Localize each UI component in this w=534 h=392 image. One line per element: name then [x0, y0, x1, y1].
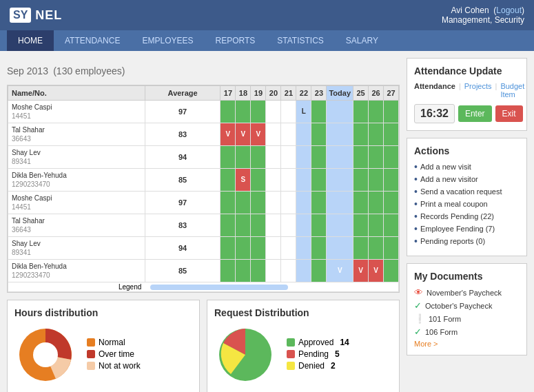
table-row: Moshe Caspi14451 97	[8, 192, 399, 214]
day-cell	[281, 101, 296, 123]
action-pending-reports[interactable]: • Pending reports (0)	[414, 236, 520, 246]
day-cell	[296, 192, 311, 214]
day-cell	[327, 169, 353, 192]
check-icon: ✓	[414, 300, 422, 311]
table-row: Shay Lev89341 94	[8, 237, 399, 260]
nav-home[interactable]: HOME	[7, 30, 54, 51]
day-cell: V	[353, 260, 369, 282]
dot-normal	[87, 338, 95, 347]
label-normal: Normal	[99, 338, 125, 347]
action-vacation[interactable]: • Send a vacation request	[414, 187, 520, 196]
attendance-table: Name/No. Average 17 18 19 20 21 22 23 To…	[8, 85, 399, 292]
col-name: Name/No.	[8, 86, 145, 101]
tab-budget[interactable]: Budget Item	[500, 82, 524, 99]
hours-title: Hours distribution	[14, 307, 192, 318]
day-cell	[311, 214, 327, 237]
table-row: Tal Shahar36643 83 V V V	[8, 123, 399, 146]
exclamation-icon: ❕	[414, 313, 425, 324]
legend-pending: Pending 5	[287, 349, 349, 359]
exit-button[interactable]: Exit	[495, 105, 523, 122]
name-cell: Shay Lev89341	[8, 237, 145, 260]
day-cell	[236, 214, 251, 237]
logo: SY NEL	[10, 8, 62, 23]
more-link[interactable]: More >	[414, 340, 520, 348]
name-cell: Dikla Ben-Yehuda1290233470	[8, 260, 145, 282]
day-cell	[281, 260, 296, 282]
user-role: Management, Security	[442, 15, 524, 25]
day-cell	[384, 192, 399, 214]
legend-normal: Normal	[87, 338, 141, 347]
col-27: 27	[384, 86, 399, 101]
bullet-icon: •	[414, 174, 418, 184]
avg-cell: 94	[145, 146, 220, 169]
day-cell	[384, 146, 399, 169]
tab-projects[interactable]: Projects	[464, 82, 492, 99]
action-meal[interactable]: • Print a meal coupon	[414, 199, 520, 209]
actions-panel: Actions • Add a new visit • Add a new vi…	[407, 138, 527, 256]
day-cell	[220, 237, 236, 260]
logo-text: NEL	[35, 8, 62, 23]
label-approved: Approved	[298, 338, 333, 347]
page-title: Sep 2013 (130 employees)	[7, 58, 400, 79]
enter-button[interactable]: Enter	[458, 105, 492, 122]
day-cell	[236, 101, 251, 123]
action-add-visit[interactable]: • Add a new visit	[414, 162, 520, 172]
bullet-icon: •	[414, 162, 418, 172]
day-cell	[353, 146, 369, 169]
action-add-visitor[interactable]: • Add a new visitor	[414, 174, 520, 184]
day-cell	[296, 146, 311, 169]
nav-salary[interactable]: SALARY	[335, 30, 389, 51]
day-cell	[311, 192, 327, 214]
day-cell	[327, 192, 353, 214]
day-cell	[220, 192, 236, 214]
check-icon: ✓	[414, 327, 422, 337]
doc-label: October's Paycheck	[425, 302, 492, 310]
nav-employees[interactable]: EMPLOYEES	[131, 30, 204, 51]
doc-label: 101 Form	[429, 315, 461, 323]
col-23: 23	[311, 86, 327, 101]
doc-101-form[interactable]: ❕ 101 Form	[414, 313, 520, 324]
day-cell	[251, 192, 266, 214]
my-documents-title: My Documents	[414, 271, 520, 282]
action-records-pending[interactable]: • Records Pending (22)	[414, 212, 520, 221]
day-cell: V	[327, 260, 353, 282]
avg-cell: 94	[145, 237, 220, 260]
day-cell	[251, 101, 266, 123]
day-cell	[281, 214, 296, 237]
right-panel: Attendance Update Attendance | Projects …	[400, 58, 527, 392]
dot-denied	[287, 362, 295, 370]
doc-label: November's Paycheck	[427, 289, 502, 297]
nav-reports[interactable]: REPORTS	[204, 30, 266, 51]
bullet-icon: •	[414, 199, 418, 209]
day-cell	[327, 123, 353, 146]
action-employee-pending[interactable]: • Employee Fending (7)	[414, 224, 520, 234]
nav-attendance[interactable]: ATTENDANCE	[54, 30, 131, 51]
day-cell	[369, 214, 384, 237]
legend-label: Legend	[119, 283, 141, 291]
request-distribution: Request Distribution Approved	[207, 300, 400, 392]
day-cell	[369, 192, 384, 214]
doc-106-form[interactable]: ✓ 106 Form	[414, 327, 520, 337]
logout-link[interactable]: Logout	[496, 6, 522, 15]
header: SY NEL Avi Cohen (Logout) Management, Se…	[0, 0, 534, 30]
col-17: 17	[220, 86, 236, 101]
day-cell	[369, 123, 384, 146]
day-cell	[353, 237, 369, 260]
col-26: 26	[369, 86, 384, 101]
name-cell: Tal Shahar36643	[8, 214, 145, 237]
day-cell	[384, 123, 399, 146]
action-label: Send a vacation request	[420, 187, 502, 196]
day-cell	[353, 123, 369, 146]
doc-october-paycheck[interactable]: ✓ October's Paycheck	[414, 300, 520, 311]
bullet-icon: •	[414, 224, 418, 234]
table-row: Tal Shahar36643 83	[8, 214, 399, 237]
col-today: Today	[327, 86, 353, 101]
bullet-icon: •	[414, 236, 418, 246]
day-cell	[236, 192, 251, 214]
doc-november-paycheck[interactable]: 👁 November's Paycheck	[414, 287, 520, 298]
table-row: Dikla Ben-Yehuda1290233470 85 S	[8, 169, 399, 192]
nav-statistics[interactable]: STATISTICS	[266, 30, 335, 51]
day-cell	[251, 146, 266, 169]
tab-attendance[interactable]: Attendance	[414, 82, 455, 99]
my-documents-panel: My Documents 👁 November's Paycheck ✓ Oct…	[407, 263, 527, 355]
